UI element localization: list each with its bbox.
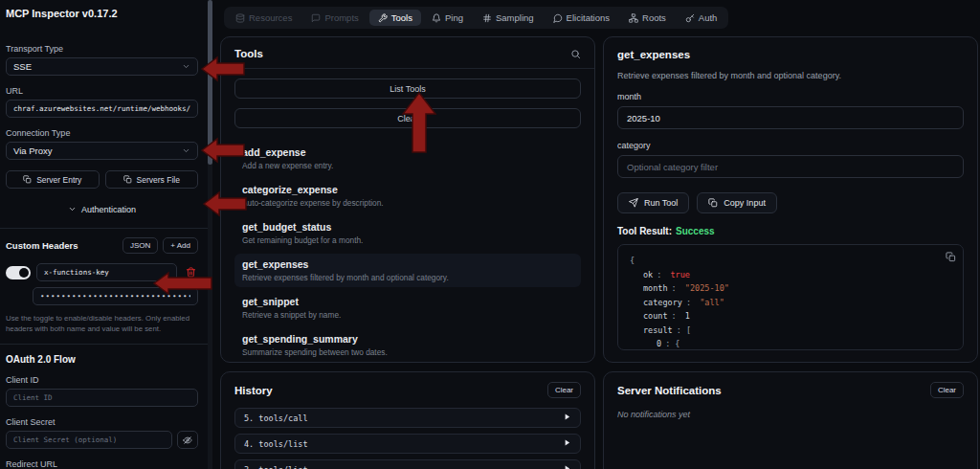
tab-roots[interactable]: Roots xyxy=(620,10,675,26)
send-icon xyxy=(629,198,638,208)
oauth-section-label: OAuth 2.0 Flow xyxy=(6,354,198,365)
history-item[interactable]: 4. tools/list xyxy=(234,434,581,454)
tool-item-get_spending_summary[interactable]: get_spending_summarySummarize spending b… xyxy=(234,328,581,362)
expand-icon xyxy=(563,413,571,423)
header-name-input[interactable] xyxy=(36,263,177,281)
copy-icon xyxy=(123,175,132,184)
chevron-down-icon xyxy=(182,62,190,71)
divider xyxy=(0,344,208,345)
trash-icon xyxy=(186,267,196,278)
month-input[interactable] xyxy=(617,106,964,129)
json-line: month: "2025-10" xyxy=(630,281,951,296)
add-header-button[interactable]: + Add xyxy=(163,237,198,254)
connection-type-select[interactable]: Via Proxy xyxy=(6,142,198,160)
connection-type-label: Connection Type xyxy=(6,128,198,138)
tab-label: Auth xyxy=(699,12,718,23)
redirect-url-label: Redirect URL xyxy=(6,459,198,469)
sidebar: MCP Inspector v0.17.2 Transport Type SSE… xyxy=(0,0,209,469)
json-button[interactable]: JSON xyxy=(122,237,158,254)
tool-item-categorize_expense[interactable]: categorize_expenseAuto-categorize expens… xyxy=(234,179,581,212)
history-panel: History Clear 5. tools/call4. tools/list… xyxy=(220,371,595,469)
search-icon[interactable] xyxy=(570,49,581,59)
tool-description: Auto-categorize expense by description. xyxy=(242,198,573,208)
history-item-label: 3. tools/list xyxy=(244,465,308,469)
copy-icon xyxy=(946,252,956,262)
tool-description: Retrieve a snippet by name. xyxy=(242,310,573,320)
list-tools-button[interactable]: List Tools xyxy=(234,78,581,99)
tab-elicitations[interactable]: Elicitations xyxy=(545,10,618,26)
copy-result-button[interactable] xyxy=(946,251,956,265)
transport-type-value: SSE xyxy=(13,61,32,72)
tool-item-get_expenses[interactable]: get_expensesRetrieve expenses filtered b… xyxy=(234,254,581,287)
servers-file-button[interactable]: Servers File xyxy=(105,170,199,189)
tab-tools[interactable]: Tools xyxy=(369,10,421,26)
tools-panel: Tools List Tools Clear add_expenseAdd a … xyxy=(220,36,595,363)
client-secret-input[interactable] xyxy=(6,431,172,449)
history-item-label: 4. tools/list xyxy=(244,439,308,449)
category-label: category xyxy=(617,141,964,150)
run-tool-button[interactable]: Run Tool xyxy=(617,192,689,213)
transport-type-select[interactable]: SSE xyxy=(6,57,198,76)
app-root: MCP Inspector v0.17.2 Transport Type SSE… xyxy=(0,0,980,469)
history-item[interactable]: 5. tools/call xyxy=(234,408,581,428)
tool-name: get_expenses xyxy=(242,258,573,270)
tools-icon xyxy=(378,13,388,23)
client-id-input[interactable] xyxy=(6,389,198,407)
tab-sampling[interactable]: Sampling xyxy=(474,10,543,26)
prompts-icon xyxy=(311,13,321,23)
tool-description: Add a new expense entry. xyxy=(242,161,573,170)
header-value-input[interactable] xyxy=(33,287,198,305)
json-line: result: [ xyxy=(630,324,951,338)
tool-description: Summarize spending between two dates. xyxy=(242,347,573,357)
tool-name: categorize_expense xyxy=(242,184,573,195)
url-input[interactable] xyxy=(6,100,198,118)
tool-item-add_expense[interactable]: add_expenseAdd a new expense entry. xyxy=(234,142,581,175)
server-entry-button[interactable]: Server Entry xyxy=(6,170,100,189)
tab-label: Tools xyxy=(391,12,412,23)
clear-notifications-button[interactable]: Clear xyxy=(930,382,964,398)
sidebar-scrollbar-thumb[interactable] xyxy=(208,0,212,165)
url-label: URL xyxy=(6,86,198,96)
elicitations-icon xyxy=(553,13,563,23)
app-title: MCP Inspector v0.17.2 xyxy=(6,8,198,19)
client-id-label: Client ID xyxy=(6,375,198,385)
json-line: category: "all" xyxy=(630,296,951,310)
tools-panel-title: Tools xyxy=(234,48,263,59)
clear-tools-button[interactable]: Clear xyxy=(234,108,581,128)
json-line: ok: true xyxy=(630,268,951,282)
custom-headers-label: Custom Headers xyxy=(6,240,118,251)
expand-icon xyxy=(563,464,571,469)
tab-resources[interactable]: Resources xyxy=(227,10,301,26)
clear-history-button[interactable]: Clear xyxy=(547,382,581,398)
connection-type-value: Via Proxy xyxy=(13,145,52,156)
json-line: 0: { xyxy=(630,337,951,350)
tool-result-status: Success xyxy=(676,226,715,236)
sampling-icon xyxy=(482,13,492,23)
ping-icon xyxy=(432,13,441,23)
tab-auth[interactable]: Auth xyxy=(677,10,726,26)
tool-result-label: Tool Result: xyxy=(617,226,672,236)
transport-type-label: Transport Type xyxy=(6,44,198,54)
header-enabled-toggle[interactable] xyxy=(6,266,31,279)
tool-list: add_expenseAdd a new expense entry.categ… xyxy=(234,142,581,362)
chevron-down-icon xyxy=(182,146,190,155)
tool-item-get_budget_status[interactable]: get_budget_statusGet remaining budget fo… xyxy=(234,216,581,250)
copy-icon xyxy=(23,175,32,184)
history-item[interactable]: 3. tools/list xyxy=(234,459,581,469)
authentication-toggle[interactable]: Authentication xyxy=(6,200,198,218)
category-input[interactable] xyxy=(617,155,964,178)
roots-icon xyxy=(629,13,638,23)
delete-header-button[interactable] xyxy=(183,265,198,280)
tab-label: Sampling xyxy=(496,12,534,23)
notifications-empty-text: No notifications yet xyxy=(617,410,964,419)
server-notifications-panel: Server Notifications Clear No notificati… xyxy=(603,371,978,469)
tab-label: Ping xyxy=(445,12,463,23)
tab-ping[interactable]: Ping xyxy=(423,10,472,26)
custom-headers-help-text: Use the toggle to enable/disable headers… xyxy=(6,314,198,334)
tool-item-get_snippet[interactable]: get_snippetRetrieve a snippet by name. xyxy=(234,291,581,324)
tab-label: Roots xyxy=(642,12,666,23)
toggle-secret-visibility-button[interactable] xyxy=(177,431,198,449)
tab-prompts[interactable]: Prompts xyxy=(302,10,367,26)
copy-input-button[interactable]: Copy Input xyxy=(697,192,777,213)
tool-name: get_snippet xyxy=(242,296,573,307)
